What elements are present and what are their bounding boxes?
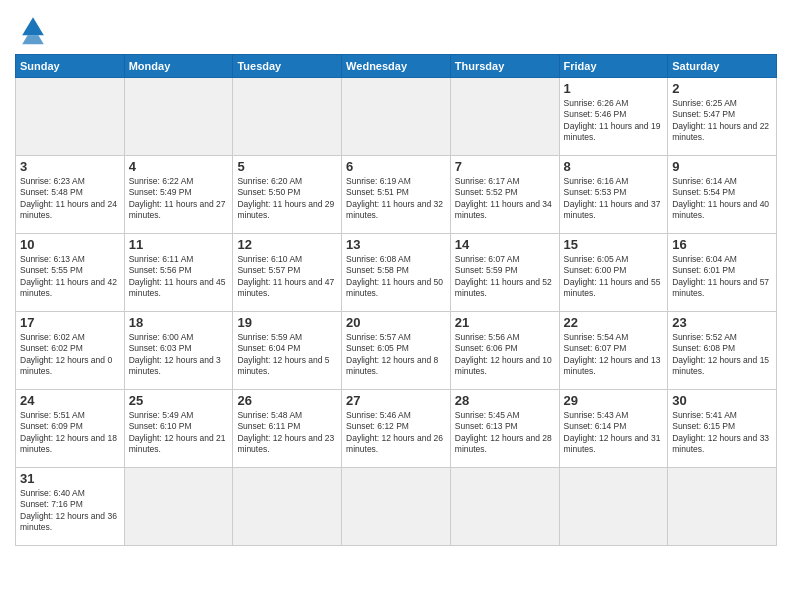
day-header-friday: Friday bbox=[559, 55, 668, 78]
day-number: 1 bbox=[564, 81, 664, 96]
day-info: Sunrise: 6:10 AM Sunset: 5:57 PM Dayligh… bbox=[237, 254, 337, 300]
calendar-cell: 12Sunrise: 6:10 AM Sunset: 5:57 PM Dayli… bbox=[233, 234, 342, 312]
day-header-monday: Monday bbox=[124, 55, 233, 78]
day-info: Sunrise: 6:23 AM Sunset: 5:48 PM Dayligh… bbox=[20, 176, 120, 222]
day-info: Sunrise: 6:17 AM Sunset: 5:52 PM Dayligh… bbox=[455, 176, 555, 222]
calendar-cell: 28Sunrise: 5:45 AM Sunset: 6:13 PM Dayli… bbox=[450, 390, 559, 468]
logo-icon bbox=[15, 10, 51, 46]
day-info: Sunrise: 6:02 AM Sunset: 6:02 PM Dayligh… bbox=[20, 332, 120, 378]
day-info: Sunrise: 6:11 AM Sunset: 5:56 PM Dayligh… bbox=[129, 254, 229, 300]
day-header-thursday: Thursday bbox=[450, 55, 559, 78]
day-info: Sunrise: 5:45 AM Sunset: 6:13 PM Dayligh… bbox=[455, 410, 555, 456]
calendar-cell: 10Sunrise: 6:13 AM Sunset: 5:55 PM Dayli… bbox=[16, 234, 125, 312]
day-number: 13 bbox=[346, 237, 446, 252]
calendar-header: SundayMondayTuesdayWednesdayThursdayFrid… bbox=[16, 55, 777, 78]
header-row: SundayMondayTuesdayWednesdayThursdayFrid… bbox=[16, 55, 777, 78]
calendar-cell: 13Sunrise: 6:08 AM Sunset: 5:58 PM Dayli… bbox=[342, 234, 451, 312]
calendar-cell: 27Sunrise: 5:46 AM Sunset: 6:12 PM Dayli… bbox=[342, 390, 451, 468]
day-info: Sunrise: 6:04 AM Sunset: 6:01 PM Dayligh… bbox=[672, 254, 772, 300]
day-number: 30 bbox=[672, 393, 772, 408]
header bbox=[15, 10, 777, 46]
calendar-cell bbox=[668, 468, 777, 546]
day-info: Sunrise: 6:13 AM Sunset: 5:55 PM Dayligh… bbox=[20, 254, 120, 300]
week-row-5: 24Sunrise: 5:51 AM Sunset: 6:09 PM Dayli… bbox=[16, 390, 777, 468]
calendar-cell bbox=[233, 78, 342, 156]
day-info: Sunrise: 6:08 AM Sunset: 5:58 PM Dayligh… bbox=[346, 254, 446, 300]
calendar-cell: 30Sunrise: 5:41 AM Sunset: 6:15 PM Dayli… bbox=[668, 390, 777, 468]
calendar-cell: 19Sunrise: 5:59 AM Sunset: 6:04 PM Dayli… bbox=[233, 312, 342, 390]
week-row-6: 31Sunrise: 6:40 AM Sunset: 7:16 PM Dayli… bbox=[16, 468, 777, 546]
calendar-cell: 16Sunrise: 6:04 AM Sunset: 6:01 PM Dayli… bbox=[668, 234, 777, 312]
day-header-sunday: Sunday bbox=[16, 55, 125, 78]
calendar-cell: 20Sunrise: 5:57 AM Sunset: 6:05 PM Dayli… bbox=[342, 312, 451, 390]
day-info: Sunrise: 5:48 AM Sunset: 6:11 PM Dayligh… bbox=[237, 410, 337, 456]
calendar-cell bbox=[450, 468, 559, 546]
calendar-cell: 17Sunrise: 6:02 AM Sunset: 6:02 PM Dayli… bbox=[16, 312, 125, 390]
day-number: 21 bbox=[455, 315, 555, 330]
week-row-2: 3Sunrise: 6:23 AM Sunset: 5:48 PM Daylig… bbox=[16, 156, 777, 234]
day-info: Sunrise: 5:49 AM Sunset: 6:10 PM Dayligh… bbox=[129, 410, 229, 456]
calendar-cell: 11Sunrise: 6:11 AM Sunset: 5:56 PM Dayli… bbox=[124, 234, 233, 312]
calendar-cell: 14Sunrise: 6:07 AM Sunset: 5:59 PM Dayli… bbox=[450, 234, 559, 312]
calendar-cell: 25Sunrise: 5:49 AM Sunset: 6:10 PM Dayli… bbox=[124, 390, 233, 468]
day-info: Sunrise: 6:40 AM Sunset: 7:16 PM Dayligh… bbox=[20, 488, 120, 534]
day-header-wednesday: Wednesday bbox=[342, 55, 451, 78]
calendar-cell: 24Sunrise: 5:51 AM Sunset: 6:09 PM Dayli… bbox=[16, 390, 125, 468]
week-row-4: 17Sunrise: 6:02 AM Sunset: 6:02 PM Dayli… bbox=[16, 312, 777, 390]
calendar-cell: 22Sunrise: 5:54 AM Sunset: 6:07 PM Dayli… bbox=[559, 312, 668, 390]
day-info: Sunrise: 5:59 AM Sunset: 6:04 PM Dayligh… bbox=[237, 332, 337, 378]
calendar-cell: 21Sunrise: 5:56 AM Sunset: 6:06 PM Dayli… bbox=[450, 312, 559, 390]
day-header-tuesday: Tuesday bbox=[233, 55, 342, 78]
day-number: 11 bbox=[129, 237, 229, 252]
calendar-cell bbox=[124, 468, 233, 546]
calendar-cell: 9Sunrise: 6:14 AM Sunset: 5:54 PM Daylig… bbox=[668, 156, 777, 234]
day-number: 15 bbox=[564, 237, 664, 252]
calendar-cell bbox=[450, 78, 559, 156]
day-number: 20 bbox=[346, 315, 446, 330]
day-info: Sunrise: 5:41 AM Sunset: 6:15 PM Dayligh… bbox=[672, 410, 772, 456]
week-row-1: 1Sunrise: 6:26 AM Sunset: 5:46 PM Daylig… bbox=[16, 78, 777, 156]
calendar-cell bbox=[124, 78, 233, 156]
day-number: 14 bbox=[455, 237, 555, 252]
day-number: 17 bbox=[20, 315, 120, 330]
day-number: 7 bbox=[455, 159, 555, 174]
calendar-cell bbox=[16, 78, 125, 156]
day-info: Sunrise: 5:46 AM Sunset: 6:12 PM Dayligh… bbox=[346, 410, 446, 456]
day-info: Sunrise: 6:26 AM Sunset: 5:46 PM Dayligh… bbox=[564, 98, 664, 144]
logo bbox=[15, 10, 55, 46]
calendar-cell: 26Sunrise: 5:48 AM Sunset: 6:11 PM Dayli… bbox=[233, 390, 342, 468]
day-info: Sunrise: 5:54 AM Sunset: 6:07 PM Dayligh… bbox=[564, 332, 664, 378]
day-number: 3 bbox=[20, 159, 120, 174]
day-header-saturday: Saturday bbox=[668, 55, 777, 78]
day-info: Sunrise: 5:52 AM Sunset: 6:08 PM Dayligh… bbox=[672, 332, 772, 378]
day-info: Sunrise: 5:43 AM Sunset: 6:14 PM Dayligh… bbox=[564, 410, 664, 456]
calendar-cell bbox=[233, 468, 342, 546]
day-number: 12 bbox=[237, 237, 337, 252]
calendar-cell: 6Sunrise: 6:19 AM Sunset: 5:51 PM Daylig… bbox=[342, 156, 451, 234]
day-number: 4 bbox=[129, 159, 229, 174]
day-info: Sunrise: 6:25 AM Sunset: 5:47 PM Dayligh… bbox=[672, 98, 772, 144]
day-number: 22 bbox=[564, 315, 664, 330]
day-number: 6 bbox=[346, 159, 446, 174]
calendar-cell bbox=[342, 78, 451, 156]
day-number: 10 bbox=[20, 237, 120, 252]
day-number: 31 bbox=[20, 471, 120, 486]
calendar-cell: 18Sunrise: 6:00 AM Sunset: 6:03 PM Dayli… bbox=[124, 312, 233, 390]
day-info: Sunrise: 5:56 AM Sunset: 6:06 PM Dayligh… bbox=[455, 332, 555, 378]
day-number: 9 bbox=[672, 159, 772, 174]
day-number: 29 bbox=[564, 393, 664, 408]
day-number: 2 bbox=[672, 81, 772, 96]
day-info: Sunrise: 6:14 AM Sunset: 5:54 PM Dayligh… bbox=[672, 176, 772, 222]
calendar-cell: 2Sunrise: 6:25 AM Sunset: 5:47 PM Daylig… bbox=[668, 78, 777, 156]
day-number: 24 bbox=[20, 393, 120, 408]
page: SundayMondayTuesdayWednesdayThursdayFrid… bbox=[0, 0, 792, 612]
day-info: Sunrise: 6:05 AM Sunset: 6:00 PM Dayligh… bbox=[564, 254, 664, 300]
svg-marker-0 bbox=[22, 17, 44, 35]
day-number: 27 bbox=[346, 393, 446, 408]
day-number: 23 bbox=[672, 315, 772, 330]
day-info: Sunrise: 5:51 AM Sunset: 6:09 PM Dayligh… bbox=[20, 410, 120, 456]
calendar-cell: 8Sunrise: 6:16 AM Sunset: 5:53 PM Daylig… bbox=[559, 156, 668, 234]
day-info: Sunrise: 6:16 AM Sunset: 5:53 PM Dayligh… bbox=[564, 176, 664, 222]
day-number: 18 bbox=[129, 315, 229, 330]
day-info: Sunrise: 6:22 AM Sunset: 5:49 PM Dayligh… bbox=[129, 176, 229, 222]
